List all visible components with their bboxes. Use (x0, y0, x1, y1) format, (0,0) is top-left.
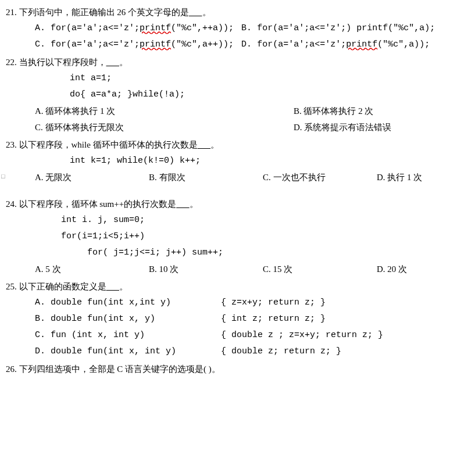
page-edge-mark: □ (1, 171, 5, 182)
question-24: 24. 以下程序段，循环体 sum++的执行次数是 。 int i. j, su… (6, 197, 462, 276)
question-23: 23. 以下程序段，while 循环中循环体的执行次数是 。 int k=1; … (6, 138, 462, 184)
q24-opt-b: B. 10 次 (149, 262, 263, 276)
q23-opt-d: D. 执行 1 次 (377, 170, 462, 184)
q21-row1: A. for(a='a';a<='z';printf("%c",++a)); B… (6, 22, 462, 35)
q21-opt-d: D. for(a='a';a<='z';printf("%c",a)); (241, 38, 462, 52)
q23-opt-b: B. 有限次 (149, 170, 263, 184)
q25-opt-b: B. double fun(int x, y) { int z; return … (6, 312, 462, 326)
q23-stem-suffix: 。 (210, 140, 219, 149)
q21-c-wavy: printf (140, 40, 171, 49)
spacer (6, 188, 462, 195)
q22-row1: A. 循环体将执行 1 次 B. 循环体将执行 2 次 (6, 104, 462, 118)
q21-b-label: B. (241, 23, 257, 33)
q22-stem: 22. 当执行以下程序段时， 。 (6, 55, 462, 69)
q21-d-label: D. (241, 40, 257, 49)
q21-blank (189, 8, 202, 17)
q25-a-body: { z=x+y; return z; } (221, 296, 442, 310)
q24-blank (176, 199, 190, 209)
q25-c-sig: C. fun (int x, int y) (35, 328, 221, 342)
q25-opt-c: C. fun (int x, int y) { double z ; z=x+y… (6, 328, 462, 342)
question-26: 26. 下列四组选项中，全部是 C 语言关键字的选项是( )。 (6, 362, 462, 376)
q21-a-label: A. (35, 23, 51, 33)
q21-opt-c: C. for(a='a';a<='z';printf("%c",a++)); (35, 38, 241, 52)
q21-stem: 21. 下列语句中，能正确输出 26 个英文字母的是 。 (6, 5, 462, 19)
q25-b-body: { int z; return z; } (221, 312, 442, 326)
q22-opt-d: D. 系统将提示有语法错误 (294, 120, 462, 134)
q24-opt-c: C. 15 次 (263, 262, 377, 276)
q26-stem: 26. 下列四组选项中，全部是 C 语言关键字的选项是( )。 (6, 362, 462, 376)
q24-opt-d: D. 20 次 (377, 262, 462, 276)
q24-stem-suffix: 。 (190, 199, 198, 209)
q25-opt-d: D. double fun(int x, int y) { double z; … (6, 345, 462, 359)
q21-c-label: C. (35, 40, 51, 49)
q25-stem: 25. 以下正确的函数定义是 。 (6, 280, 462, 294)
q25-blank (106, 282, 120, 291)
q21-d-post: ("%c",a)); (377, 40, 430, 49)
q21-row2: C. for(a='a';a<='z';printf("%c",a++)); D… (6, 38, 462, 52)
q23-code: int k=1; while(k!=0) k++; (6, 154, 462, 168)
q23-opt-c: C. 一次也不执行 (263, 170, 377, 184)
q25-opt-a: A. double fun(int x,int y) { z=x+y; retu… (6, 296, 462, 310)
q25-stem-prefix: 25. 以下正确的函数定义是 (6, 282, 106, 291)
q24-stem-prefix: 24. 以下程序段，循环体 sum++的执行次数是 (6, 199, 176, 209)
q21-c-pre: for(a='a';a<='z'; (51, 40, 140, 49)
q25-a-sig: A. double fun(int x,int y) (35, 296, 221, 310)
q22-stem-prefix: 22. 当执行以下程序段时， (6, 58, 106, 67)
q21-a-pre: for(a='a';a<='z'; (51, 23, 140, 33)
q23-blank (198, 140, 211, 149)
q25-d-body: { double z; return z; } (221, 345, 442, 359)
q22-opt-a: A. 循环体将执行 1 次 (35, 104, 294, 118)
q21-a-post: ("%c",++a)); (171, 23, 234, 33)
question-25: 25. 以下正确的函数定义是 。 A. double fun(int x,int… (6, 280, 462, 359)
question-22: 22. 当执行以下程序段时， 。 int a=1; do{ a=a*a; }wh… (6, 55, 462, 134)
q24-opt-a: A. 5 次 (35, 262, 149, 276)
q24-code2: for(i=1;i<5;i++) (6, 230, 462, 244)
q24-opts: A. 5 次 B. 10 次 C. 15 次 D. 20 次 (6, 262, 462, 276)
q24-code1: int i. j, sum=0; (6, 213, 462, 227)
q21-stem-prefix: 21. 下列语句中，能正确输出 26 个英文字母的是 (6, 8, 189, 17)
q22-code2: do{ a=a*a; }while(!a); (6, 88, 462, 102)
q22-opt-b: B. 循环体将执行 2 次 (294, 104, 462, 118)
q21-d-wavy: printf (346, 40, 377, 49)
question-21: 21. 下列语句中，能正确输出 26 个英文字母的是 。 A. for(a='a… (6, 5, 462, 52)
q21-d-pre: for(a='a';a<='z'; (257, 40, 346, 49)
q25-d-sig: D. double fun(int x, int y) (35, 345, 221, 359)
q22-blank (106, 58, 120, 67)
q22-row2: C. 循环体将执行无限次 D. 系统将提示有语法错误 (6, 120, 462, 134)
q21-stem-suffix: 。 (202, 8, 211, 17)
q22-code1: int a=1; (6, 71, 462, 85)
q25-stem-suffix: 。 (119, 282, 128, 291)
q23-opt-a: A. 无限次 (35, 170, 149, 184)
q25-c-body: { double z ; z=x+y; return z; } (221, 328, 442, 342)
q21-c-post: ("%c",a++)); (171, 40, 234, 49)
q21-opt-b: B. for(a='a';a<='z';) printf("%c",a); (241, 22, 462, 35)
q24-code3: for( j=1;j<=i; j++) sum++; (6, 246, 462, 260)
q21-opt-a: A. for(a='a';a<='z';printf("%c",++a)); (35, 22, 241, 35)
q23-stem-prefix: 23. 以下程序段，while 循环中循环体的执行次数是 (6, 140, 198, 149)
q25-b-sig: B. double fun(int x, y) (35, 312, 221, 326)
q21-a-wavy: printf (140, 23, 171, 33)
q24-stem: 24. 以下程序段，循环体 sum++的执行次数是 。 (6, 197, 462, 211)
q23-stem: 23. 以下程序段，while 循环中循环体的执行次数是 。 (6, 138, 462, 152)
q21-b-text: for(a='a';a<='z';) printf("%c",a); (257, 23, 435, 33)
q22-opt-c: C. 循环体将执行无限次 (35, 120, 294, 134)
q23-opts: □ A. 无限次 B. 有限次 C. 一次也不执行 D. 执行 1 次 (6, 170, 462, 184)
q22-stem-suffix: 。 (119, 58, 128, 67)
